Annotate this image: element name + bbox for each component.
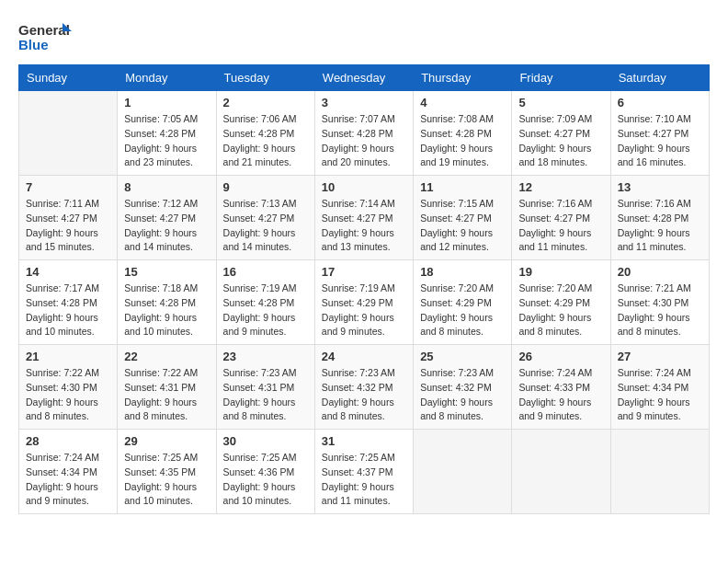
calendar-cell: 2Sunrise: 7:06 AMSunset: 4:28 PMDaylight…: [216, 91, 314, 176]
day-number: 15: [124, 265, 209, 279]
day-number: 29: [124, 434, 209, 448]
day-number: 16: [223, 265, 308, 279]
day-number: 22: [124, 350, 209, 363]
day-number: 10: [322, 180, 406, 194]
calendar-cell: 1Sunrise: 7:05 AMSunset: 4:28 PMDaylight…: [118, 91, 216, 176]
calendar-cell: 16Sunrise: 7:19 AMSunset: 4:28 PMDayligh…: [216, 260, 314, 345]
calendar-cell: [414, 430, 512, 514]
day-info: Sunrise: 7:08 AMSunset: 4:28 PMDaylight:…: [420, 112, 505, 170]
calendar-cell: 3Sunrise: 7:07 AMSunset: 4:28 PMDaylight…: [314, 91, 413, 176]
day-info: Sunrise: 7:10 AMSunset: 4:27 PMDaylight:…: [618, 112, 702, 170]
calendar-cell: 19Sunrise: 7:20 AMSunset: 4:29 PMDayligh…: [512, 260, 610, 345]
day-info: Sunrise: 7:25 AMSunset: 4:36 PMDaylight:…: [223, 451, 308, 509]
day-number: 23: [223, 350, 308, 363]
day-info: Sunrise: 7:05 AMSunset: 4:28 PMDaylight:…: [124, 112, 209, 170]
day-number: 6: [618, 96, 702, 109]
day-number: 8: [124, 180, 209, 194]
calendar-cell: [512, 430, 610, 514]
calendar-cell: 20Sunrise: 7:21 AMSunset: 4:30 PMDayligh…: [610, 260, 709, 345]
calendar-cell: 18Sunrise: 7:20 AMSunset: 4:29 PMDayligh…: [414, 260, 512, 345]
logo-svg: GeneralBlue: [18, 18, 74, 55]
calendar-cell: [610, 430, 709, 514]
day-number: 2: [223, 96, 308, 109]
calendar-cell: 31Sunrise: 7:25 AMSunset: 4:37 PMDayligh…: [314, 430, 413, 514]
calendar-cell: 28Sunrise: 7:24 AMSunset: 4:34 PMDayligh…: [19, 430, 118, 514]
calendar-cell: 15Sunrise: 7:18 AMSunset: 4:28 PMDayligh…: [118, 260, 216, 345]
day-info: Sunrise: 7:16 AMSunset: 4:27 PMDaylight:…: [518, 197, 603, 255]
calendar-cell: 4Sunrise: 7:08 AMSunset: 4:28 PMDaylight…: [414, 91, 512, 176]
calendar-cell: 12Sunrise: 7:16 AMSunset: 4:27 PMDayligh…: [512, 176, 610, 260]
calendar-week-row: 21Sunrise: 7:22 AMSunset: 4:30 PMDayligh…: [19, 345, 710, 430]
calendar-cell: 21Sunrise: 7:22 AMSunset: 4:30 PMDayligh…: [19, 345, 118, 430]
calendar-cell: 6Sunrise: 7:10 AMSunset: 4:27 PMDaylight…: [610, 91, 709, 176]
day-number: 3: [322, 96, 406, 109]
day-number: 1: [124, 96, 209, 109]
day-info: Sunrise: 7:09 AMSunset: 4:27 PMDaylight:…: [518, 112, 603, 170]
page-header: GeneralBlue: [18, 18, 710, 55]
day-number: 17: [322, 265, 406, 279]
day-info: Sunrise: 7:23 AMSunset: 4:31 PMDaylight:…: [223, 366, 308, 424]
calendar-table: SundayMondayTuesdayWednesdayThursdayFrid…: [18, 64, 710, 514]
weekday-header: Tuesday: [216, 65, 314, 91]
day-number: 18: [420, 265, 505, 279]
day-number: 28: [26, 434, 110, 448]
day-info: Sunrise: 7:07 AMSunset: 4:28 PMDaylight:…: [322, 112, 406, 170]
day-info: Sunrise: 7:19 AMSunset: 4:28 PMDaylight:…: [223, 282, 308, 339]
day-number: 7: [26, 180, 110, 194]
calendar-cell: 26Sunrise: 7:24 AMSunset: 4:33 PMDayligh…: [512, 345, 610, 430]
calendar-week-row: 14Sunrise: 7:17 AMSunset: 4:28 PMDayligh…: [19, 260, 710, 345]
day-number: 12: [518, 180, 603, 194]
day-number: 13: [618, 180, 702, 194]
calendar-cell: 22Sunrise: 7:22 AMSunset: 4:31 PMDayligh…: [118, 345, 216, 430]
day-number: 30: [223, 434, 308, 448]
day-number: 21: [26, 350, 110, 363]
day-info: Sunrise: 7:23 AMSunset: 4:32 PMDaylight:…: [322, 366, 406, 424]
day-number: 19: [518, 265, 603, 279]
calendar-cell: 29Sunrise: 7:25 AMSunset: 4:35 PMDayligh…: [118, 430, 216, 514]
calendar-header-row: SundayMondayTuesdayWednesdayThursdayFrid…: [19, 65, 710, 91]
calendar-cell: [19, 91, 118, 176]
day-info: Sunrise: 7:16 AMSunset: 4:28 PMDaylight:…: [618, 197, 702, 255]
weekday-header: Sunday: [19, 65, 118, 91]
weekday-header: Thursday: [414, 65, 512, 91]
svg-text:Blue: Blue: [18, 37, 49, 52]
day-info: Sunrise: 7:22 AMSunset: 4:31 PMDaylight:…: [124, 366, 209, 424]
day-number: 14: [26, 265, 110, 279]
weekday-header: Friday: [512, 65, 610, 91]
day-number: 5: [518, 96, 603, 109]
calendar-cell: 23Sunrise: 7:23 AMSunset: 4:31 PMDayligh…: [216, 345, 314, 430]
day-number: 25: [420, 350, 505, 363]
day-info: Sunrise: 7:22 AMSunset: 4:30 PMDaylight:…: [26, 366, 110, 424]
calendar-week-row: 28Sunrise: 7:24 AMSunset: 4:34 PMDayligh…: [19, 430, 710, 514]
day-number: 20: [618, 265, 702, 279]
day-info: Sunrise: 7:13 AMSunset: 4:27 PMDaylight:…: [223, 197, 308, 255]
calendar-cell: 7Sunrise: 7:11 AMSunset: 4:27 PMDaylight…: [19, 176, 118, 260]
day-info: Sunrise: 7:14 AMSunset: 4:27 PMDaylight:…: [322, 197, 406, 255]
day-number: 31: [322, 434, 406, 448]
day-number: 11: [420, 180, 505, 194]
calendar-cell: 8Sunrise: 7:12 AMSunset: 4:27 PMDaylight…: [118, 176, 216, 260]
calendar-cell: 30Sunrise: 7:25 AMSunset: 4:36 PMDayligh…: [216, 430, 314, 514]
day-info: Sunrise: 7:17 AMSunset: 4:28 PMDaylight:…: [26, 282, 110, 339]
day-number: 4: [420, 96, 505, 109]
weekday-header: Saturday: [610, 65, 709, 91]
calendar-cell: 27Sunrise: 7:24 AMSunset: 4:34 PMDayligh…: [610, 345, 709, 430]
calendar-cell: 5Sunrise: 7:09 AMSunset: 4:27 PMDaylight…: [512, 91, 610, 176]
day-info: Sunrise: 7:24 AMSunset: 4:34 PMDaylight:…: [26, 451, 110, 509]
calendar-cell: 10Sunrise: 7:14 AMSunset: 4:27 PMDayligh…: [314, 176, 413, 260]
calendar-cell: 13Sunrise: 7:16 AMSunset: 4:28 PMDayligh…: [610, 176, 709, 260]
day-info: Sunrise: 7:06 AMSunset: 4:28 PMDaylight:…: [223, 112, 308, 170]
day-info: Sunrise: 7:20 AMSunset: 4:29 PMDaylight:…: [420, 282, 505, 339]
day-info: Sunrise: 7:23 AMSunset: 4:32 PMDaylight:…: [420, 366, 505, 424]
day-info: Sunrise: 7:20 AMSunset: 4:29 PMDaylight:…: [518, 282, 603, 339]
logo: GeneralBlue: [18, 18, 74, 55]
weekday-header: Wednesday: [314, 65, 413, 91]
day-info: Sunrise: 7:24 AMSunset: 4:33 PMDaylight:…: [518, 366, 603, 424]
day-number: 27: [618, 350, 702, 363]
calendar-cell: 11Sunrise: 7:15 AMSunset: 4:27 PMDayligh…: [414, 176, 512, 260]
day-number: 26: [518, 350, 603, 363]
calendar-week-row: 7Sunrise: 7:11 AMSunset: 4:27 PMDaylight…: [19, 176, 710, 260]
day-info: Sunrise: 7:19 AMSunset: 4:29 PMDaylight:…: [322, 282, 406, 339]
day-info: Sunrise: 7:15 AMSunset: 4:27 PMDaylight:…: [420, 197, 505, 255]
calendar-cell: 9Sunrise: 7:13 AMSunset: 4:27 PMDaylight…: [216, 176, 314, 260]
